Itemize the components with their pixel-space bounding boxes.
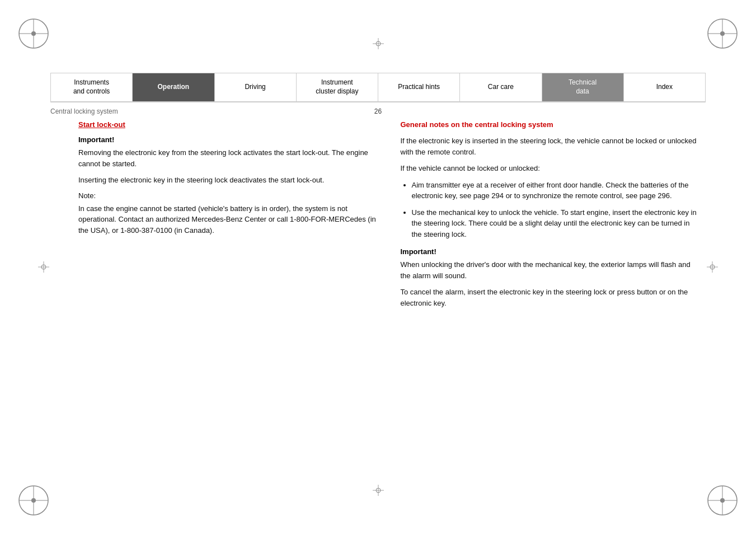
content-area: Start lock-out Important! Removing the e…	[50, 120, 706, 484]
bullet-item-1: Aim transmitter eye at a receiver of eit…	[412, 180, 701, 202]
left-important-label: Important!	[78, 135, 378, 144]
nav-item-car-care[interactable]: Car care	[460, 73, 542, 101]
nav-item-instruments-and-controls[interactable]: Instruments and controls	[51, 73, 133, 101]
nav-item-instrument-cluster-display[interactable]: Instrument cluster display	[297, 73, 378, 101]
right-sub-intro: If the vehicle cannot be locked or unloc…	[401, 163, 701, 174]
corner-decoration-top-left	[17, 17, 50, 50]
nav-underline	[50, 102, 706, 102]
nav-item-technical-data[interactable]: Technical data	[542, 73, 624, 101]
corner-decoration-bottom-right	[706, 484, 739, 517]
left-paragraph-1: Removing the electronic key from the ste…	[78, 147, 378, 169]
left-paragraph-2: Inserting the electronic key in the stee…	[78, 175, 378, 186]
crosshair-right-middle	[707, 261, 718, 273]
crosshair-left-middle	[38, 261, 49, 273]
nav-item-operation[interactable]: Operation	[133, 73, 214, 101]
crosshair-top-center	[373, 38, 384, 49]
right-important-text: When unlocking the driver's door with th…	[401, 259, 701, 281]
right-cancel-text: To cancel the alarm, insert the electron…	[401, 287, 701, 308]
right-bullet-list: Aim transmitter eye at a receiver of eit…	[412, 180, 701, 240]
left-column: Start lock-out Important! Removing the e…	[50, 120, 378, 484]
right-section-title: General notes on the central locking sys…	[401, 120, 701, 129]
corner-decoration-top-right	[706, 17, 739, 50]
nav-item-driving[interactable]: Driving	[215, 73, 297, 101]
right-intro-text: If the electronic key is inserted in the…	[401, 135, 701, 157]
left-note-label: Note:	[78, 191, 378, 200]
right-important-label: Important!	[401, 247, 701, 256]
nav-item-practical-hints[interactable]: Practical hints	[378, 73, 460, 101]
navigation-bar: Instruments and controls Operation Drivi…	[50, 73, 706, 102]
nav-item-index[interactable]: Index	[624, 73, 705, 101]
bullet-item-2: Use the mechanical key to unlock the veh…	[412, 207, 701, 240]
left-note-text: In case the engine cannot be started (ve…	[78, 203, 378, 236]
crosshair-bottom-center	[373, 485, 384, 496]
breadcrumb: Central locking system	[50, 107, 118, 115]
corner-decoration-bottom-left	[17, 484, 50, 517]
page-number: 26	[374, 107, 382, 115]
right-column: General notes on the central locking sys…	[401, 120, 706, 484]
left-section-title: Start lock-out	[78, 120, 378, 129]
